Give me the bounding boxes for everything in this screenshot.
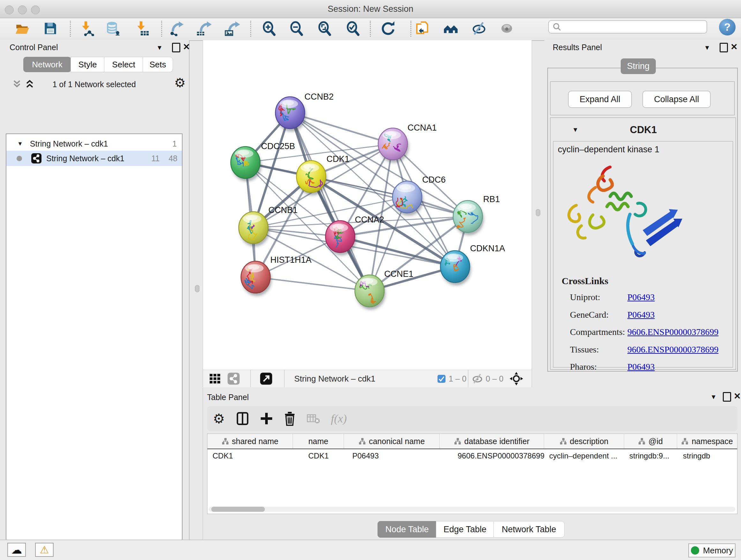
- columns-icon[interactable]: [236, 412, 249, 426]
- fit-selected-button[interactable]: [509, 370, 523, 387]
- column-header[interactable]: namespace: [677, 434, 737, 449]
- result-gene-name: CDK1: [550, 124, 736, 136]
- collapse-all-tree-icon[interactable]: [11, 79, 22, 90]
- houses-icon: [443, 21, 459, 36]
- home-button[interactable]: [443, 20, 459, 37]
- duplicate-view-button[interactable]: [414, 20, 431, 37]
- column-header[interactable]: canonical name: [344, 434, 440, 449]
- network-collection-row[interactable]: ▼ String Network – cdk1 1: [6, 137, 182, 151]
- tab-sets[interactable]: Sets: [143, 57, 173, 72]
- expand-all-button[interactable]: Expand All: [568, 91, 632, 108]
- export-table-button[interactable]: [196, 20, 212, 37]
- network-row-label: String Network – cdk1: [46, 154, 125, 163]
- memory-status-dot: [691, 546, 699, 555]
- collapse-all-button[interactable]: Collapse All: [643, 91, 711, 108]
- memory-button[interactable]: Memory: [688, 543, 736, 557]
- close-panel-icon[interactable]: ✕: [734, 392, 741, 401]
- import-table-button[interactable]: [133, 20, 150, 37]
- crosslink-tissues[interactable]: 9606.ENSP00000378699: [627, 345, 718, 355]
- float-panel-icon[interactable]: ▼: [704, 44, 711, 51]
- column-header[interactable]: database identifier: [440, 434, 544, 449]
- search-input[interactable]: [548, 20, 707, 34]
- column-header[interactable]: description: [544, 434, 624, 449]
- close-panel-icon[interactable]: ✕: [183, 43, 190, 51]
- tab-string[interactable]: String: [621, 58, 656, 74]
- tab-edge-table[interactable]: Edge Table: [436, 521, 494, 538]
- table-row[interactable]: CDK1 CDK1 P06493 9606.ENSP00000378699 cy…: [207, 449, 737, 462]
- open-in-new-icon: [260, 372, 273, 385]
- tab-label: Network Table: [502, 524, 556, 535]
- zoom-fit-button[interactable]: [316, 20, 333, 37]
- crosslinks-title: CrossLinks: [562, 275, 608, 287]
- import-network-icon: [79, 21, 94, 36]
- save-session-button[interactable]: [42, 20, 59, 37]
- graph-node-RB1[interactable]: RB1: [453, 194, 500, 235]
- tab-select[interactable]: Select: [104, 57, 143, 72]
- tab-label: Sets: [149, 60, 166, 70]
- show-graphics-details-button[interactable]: [498, 20, 515, 37]
- cloud-button[interactable]: ☁: [7, 543, 26, 557]
- zoom-out-button[interactable]: [288, 20, 305, 37]
- warning-icon: ⚠: [40, 544, 49, 556]
- import-database-button[interactable]: [105, 20, 122, 37]
- tab-style[interactable]: Style: [71, 57, 105, 72]
- import-network-button[interactable]: [78, 20, 95, 37]
- tab-network[interactable]: Network: [23, 57, 71, 72]
- cdk1-section: ▼ CDK1 cyclin–dependent kinase 1: [550, 118, 736, 370]
- left-splitter-handle[interactable]: [195, 285, 199, 292]
- column-header[interactable]: shared name: [207, 434, 293, 449]
- scrollbar-thumb[interactable]: [211, 507, 265, 512]
- network-graph[interactable]: CCNB2CCNA1CDC25BCDK1CDC6RB1CCNB1CCNA2CDK…: [203, 40, 532, 370]
- close-panel-icon[interactable]: ✕: [731, 43, 738, 51]
- maximize-panel-icon[interactable]: [172, 43, 180, 52]
- graph-node-CDC25B[interactable]: CDC25B: [231, 141, 295, 181]
- selected-checkbox[interactable]: [437, 370, 446, 387]
- hidden-elements-button[interactable]: [472, 370, 483, 387]
- network-row-selected[interactable]: String Network – cdk1 11 48: [6, 151, 182, 166]
- column-header[interactable]: @id: [624, 434, 677, 449]
- maximize-panel-icon[interactable]: [720, 43, 728, 52]
- hide-graphics-details-button[interactable]: [471, 20, 487, 37]
- graph-node-CDC6[interactable]: CDC6: [393, 175, 446, 216]
- table-toolbar: ⚙ f(x): [207, 406, 738, 431]
- apply-layout-button[interactable]: [380, 20, 396, 37]
- crosslink-uniprot[interactable]: P06493: [627, 292, 655, 302]
- maximize-panel-icon[interactable]: [723, 392, 731, 401]
- crosslink-compartments[interactable]: 9606.ENSP00000378699: [627, 327, 718, 337]
- export-table-icon: [196, 21, 212, 36]
- zoom-in-button[interactable]: [260, 20, 277, 37]
- crosslink-pharos[interactable]: P06493: [627, 362, 655, 372]
- toolbar-divider: [468, 370, 468, 387]
- zoom-selected-button[interactable]: [344, 20, 361, 37]
- crosslink-genecard[interactable]: P06493: [627, 310, 655, 320]
- gear-icon[interactable]: ⚙: [213, 411, 225, 427]
- tab-network-table[interactable]: Network Table: [493, 521, 564, 538]
- right-splitter-handle[interactable]: [536, 209, 540, 216]
- grid-view-button[interactable]: [209, 370, 221, 387]
- trash-icon[interactable]: [284, 411, 296, 426]
- graph-node-CDKN1A[interactable]: CDKN1A: [441, 244, 505, 286]
- float-panel-icon[interactable]: ▼: [156, 44, 163, 51]
- graph-node-HIST1H1A[interactable]: HIST1H1A: [241, 255, 312, 296]
- column-header[interactable]: name: [293, 434, 344, 449]
- fx-glyph: f(x): [331, 412, 347, 425]
- copy-document-icon: [415, 21, 430, 36]
- export-image-button[interactable]: [224, 20, 241, 37]
- gear-icon[interactable]: ⚙: [174, 75, 186, 90]
- tree-expander-icon[interactable]: ▼: [17, 140, 23, 147]
- warnings-button[interactable]: ⚠: [35, 543, 54, 557]
- graph-node-CCNE1[interactable]: CCNE1: [355, 269, 414, 310]
- float-panel-icon[interactable]: ▼: [711, 393, 717, 401]
- horizontal-scrollbar[interactable]: [209, 507, 735, 512]
- open-view-button[interactable]: [260, 370, 273, 387]
- export-network-button[interactable]: [168, 20, 185, 37]
- graph-node-CCNA1[interactable]: CCNA1: [378, 123, 437, 163]
- network-canvas[interactable]: CCNB2CCNA1CDC25BCDK1CDC6RB1CCNB1CCNA2CDK…: [203, 40, 532, 370]
- string-view-button[interactable]: [227, 370, 240, 387]
- help-button[interactable]: ?: [719, 19, 736, 36]
- table-header-row: shared name name canonical name database…: [207, 434, 737, 449]
- add-column-icon[interactable]: [260, 412, 273, 426]
- expand-all-tree-icon[interactable]: [24, 79, 35, 90]
- tab-node-table[interactable]: Node Table: [378, 521, 436, 538]
- open-file-button[interactable]: [14, 20, 30, 37]
